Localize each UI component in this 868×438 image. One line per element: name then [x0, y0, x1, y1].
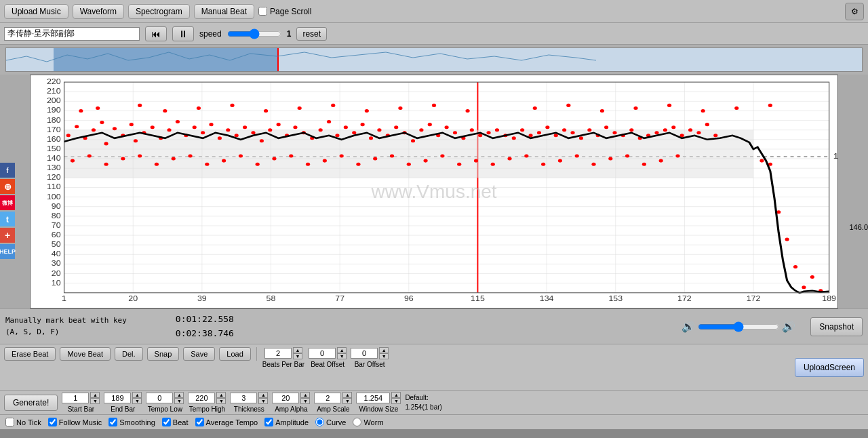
start-bar-input[interactable]: 1	[62, 393, 89, 403]
end-bar-input[interactable]: 189	[104, 393, 131, 403]
svg-point-134	[562, 128, 566, 132]
beat-offset-down[interactable]: ▼	[337, 353, 347, 359]
rewind-button[interactable]: ⏮	[145, 26, 167, 41]
settings-button[interactable]: ⚙	[845, 3, 864, 20]
beats-per-bar-down[interactable]: ▼	[293, 353, 302, 359]
start-bar-up[interactable]: ▲	[90, 392, 100, 398]
tempo-low-input[interactable]: 0	[146, 393, 173, 403]
tempo-high-down[interactable]: ▼	[216, 398, 226, 404]
tempo-high-up[interactable]: ▲	[216, 392, 226, 398]
svg-point-173	[407, 163, 411, 166]
amp-scale-down[interactable]: ▼	[342, 398, 352, 404]
load-button[interactable]: Load	[219, 347, 250, 361]
twitter-icon[interactable]: t	[0, 212, 15, 226]
amp-alpha-input[interactable]: 20	[272, 393, 299, 403]
speed-slider[interactable]	[227, 28, 281, 39]
page-scroll-checkbox[interactable]	[258, 7, 267, 16]
bar-offset-input[interactable]: 0	[351, 348, 378, 359]
waveform-button[interactable]: Waveform	[73, 4, 124, 19]
svg-point-167	[306, 163, 310, 166]
amp-scale-input[interactable]: 2	[314, 393, 341, 403]
upload-screen-button[interactable]: UploadScreen	[795, 358, 864, 377]
tempo-low-down[interactable]: ▼	[174, 398, 184, 404]
bar-offset-down[interactable]: ▼	[379, 353, 389, 359]
amp-alpha-down[interactable]: ▼	[300, 398, 310, 404]
curve-radio[interactable]	[315, 418, 324, 426]
average-tempo-item: Average Tempo	[195, 418, 258, 426]
smoothing-checkbox[interactable]	[108, 418, 117, 426]
speed-label: speed	[199, 29, 222, 39]
no-tick-item: No Tick	[5, 418, 41, 426]
chart-container: www.Vmus.net 146.0	[30, 75, 838, 308]
move-beat-button[interactable]: Move Beat	[60, 347, 111, 361]
svg-point-181	[541, 163, 545, 166]
amplitude-checkbox[interactable]	[264, 418, 273, 426]
beat-offset-up[interactable]: ▲	[337, 347, 347, 353]
snap-button[interactable]: Snap	[147, 347, 180, 361]
google-plus-icon[interactable]: +	[0, 228, 15, 243]
tempo-high-input[interactable]: 220	[188, 393, 215, 403]
reset-button[interactable]: reset	[296, 27, 327, 41]
amp-alpha-label: Amp Alpha	[275, 405, 307, 413]
amp-scale-up[interactable]: ▲	[342, 392, 352, 398]
worm-radio[interactable]	[353, 418, 361, 426]
beats-per-bar-input[interactable]: 2	[264, 348, 292, 359]
thickness-up[interactable]: ▲	[258, 392, 268, 398]
svg-text:150: 150	[47, 145, 61, 153]
window-size-input[interactable]: 1.254	[356, 393, 390, 403]
rss-icon[interactable]: ⊕	[0, 179, 15, 194]
thickness-down[interactable]: ▼	[258, 398, 268, 404]
beats-per-bar-up[interactable]: ▲	[293, 347, 302, 353]
song-name-input[interactable]: 李传静·呈示部副部	[4, 27, 140, 41]
svg-point-97	[251, 131, 255, 134]
generate-button[interactable]: Generate!	[4, 395, 58, 411]
volume-slider[interactable]	[698, 321, 779, 332]
start-bar-down[interactable]: ▼	[90, 398, 100, 404]
window-size-up[interactable]: ▲	[391, 392, 401, 398]
amplitude-item: Amplitude	[264, 418, 309, 426]
facebook-icon[interactable]: f	[0, 163, 15, 178]
end-bar-up[interactable]: ▲	[132, 392, 142, 398]
bar-offset-group: 0 ▲ ▼ Bar Offset	[351, 347, 389, 368]
waveform-svg	[6, 48, 862, 71]
bar-offset-up[interactable]: ▲	[379, 347, 389, 353]
svg-text:210: 210	[47, 87, 61, 95]
svg-text:1: 1	[62, 295, 66, 302]
beat-checkbox[interactable]	[162, 418, 171, 426]
weibo-icon[interactable]: 微博	[0, 195, 15, 210]
end-bar-down[interactable]: ▼	[132, 398, 142, 404]
beat-offset-input[interactable]: 0	[309, 348, 336, 359]
waveform-overview[interactable]	[5, 47, 863, 72]
thickness-input[interactable]: 3	[230, 393, 257, 403]
spectrogram-button[interactable]: Spectrogram	[128, 4, 190, 19]
start-bar-group: 1 ▲▼ Start Bar	[62, 392, 100, 413]
beat-offset-spinners: ▲ ▼	[337, 347, 347, 359]
svg-point-123	[470, 128, 474, 132]
upload-music-button[interactable]: Upload Music	[4, 4, 68, 19]
tempo-low-up[interactable]: ▲	[174, 392, 184, 398]
chart-svg: 220 210 200 190 180 170 160 150 140 130 …	[31, 75, 837, 308]
amp-alpha-up[interactable]: ▲	[300, 392, 310, 398]
erase-beat-button[interactable]: Erase Beat	[4, 347, 56, 361]
svg-point-83	[134, 139, 138, 142]
no-tick-checkbox[interactable]	[5, 418, 14, 426]
svg-point-95	[235, 134, 239, 137]
svg-point-128	[512, 136, 516, 140]
manual-beat-button[interactable]: Manual Beat	[194, 4, 254, 19]
help-icon[interactable]: HELP	[0, 244, 15, 259]
curve-item: Curve	[315, 418, 346, 426]
svg-point-159	[172, 157, 176, 161]
svg-text:140: 140	[47, 155, 61, 162]
del-button[interactable]: Del.	[115, 347, 143, 361]
amp-alpha-group: 20 ▲▼ Amp Alpha	[272, 392, 310, 413]
save-button[interactable]: Save	[183, 347, 215, 361]
window-size-down[interactable]: ▼	[391, 398, 401, 404]
average-tempo-checkbox[interactable]	[195, 418, 204, 426]
svg-point-161	[205, 163, 209, 166]
snapshot-button[interactable]: Snapshot	[810, 317, 863, 336]
svg-point-120	[444, 125, 448, 129]
pause-button[interactable]: ⏸	[172, 26, 194, 41]
follow-music-checkbox[interactable]	[48, 418, 57, 426]
volume-icon: 🔊	[682, 320, 695, 333]
svg-point-207	[667, 104, 671, 107]
